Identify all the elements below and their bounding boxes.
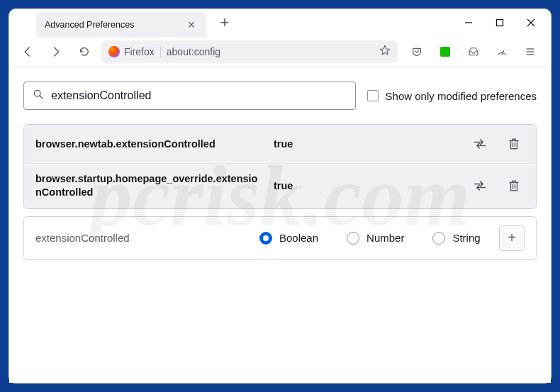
pref-actions (469, 133, 525, 155)
checkbox-icon (367, 90, 379, 101)
search-input[interactable] (51, 89, 347, 102)
svg-rect-1 (497, 20, 503, 26)
tab-advanced-preferences[interactable]: Advanced Preferences × (36, 12, 206, 38)
radio-icon (432, 232, 445, 245)
radio-label: Boolean (279, 232, 318, 244)
tab-title: Advanced Preferences (45, 20, 134, 30)
show-modified-label: Show only modified preferences (386, 90, 537, 102)
pocket-button[interactable] (406, 40, 427, 63)
reload-button[interactable] (73, 40, 96, 63)
address-bar[interactable]: Firefox about:config (101, 40, 398, 63)
type-radio-group: Boolean Number String (259, 232, 488, 245)
pref-name: browser.newtab.extensionControlled (35, 138, 262, 151)
pref-actions (469, 175, 525, 196)
radio-label: String (452, 232, 480, 244)
maximize-button[interactable] (493, 16, 507, 30)
search-box[interactable] (23, 82, 356, 110)
pref-row[interactable]: browser.newtab.extensionControlled true (24, 125, 536, 164)
titlebar: Advanced Preferences × + (9, 9, 551, 36)
radio-icon (347, 232, 359, 245)
pref-value: true (274, 138, 458, 150)
firefox-logo-icon (108, 46, 120, 57)
toggle-button[interactable] (469, 175, 491, 196)
radio-number[interactable]: Number (347, 232, 404, 245)
add-pref-button[interactable]: + (499, 225, 525, 251)
about-config-content: Show only modified preferences browser.n… (9, 67, 551, 383)
identity-box[interactable]: Firefox (108, 46, 161, 57)
window-controls (461, 16, 544, 30)
search-icon (33, 89, 44, 103)
bookmark-star-icon[interactable] (379, 45, 391, 58)
new-pref-row: extensionControlled Boolean Number Strin… (24, 217, 536, 259)
pref-row[interactable]: browser.startup.homepage_override.extens… (24, 164, 536, 208)
radio-string[interactable]: String (432, 232, 480, 245)
pref-value: true (274, 180, 458, 191)
forward-button[interactable] (45, 40, 67, 63)
new-tab-button[interactable]: + (213, 11, 236, 34)
preferences-list: browser.newtab.extensionControlled true … (23, 124, 537, 209)
extension-green-icon (440, 47, 450, 57)
toggle-button[interactable] (469, 133, 491, 155)
browser-window: Advanced Preferences × + (9, 9, 551, 383)
close-tab-button[interactable]: × (185, 18, 198, 31)
inbox-button[interactable] (463, 40, 484, 63)
minimize-button[interactable] (461, 16, 476, 30)
radio-boolean[interactable]: Boolean (259, 232, 318, 245)
app-menu-button[interactable] (520, 40, 541, 63)
identity-label: Firefox (124, 46, 155, 57)
new-pref-name: extensionControlled (35, 231, 248, 245)
radio-label: Number (366, 232, 404, 244)
extension-button[interactable] (435, 40, 456, 63)
svg-line-8 (40, 96, 43, 99)
delete-button[interactable] (503, 175, 525, 196)
show-modified-checkbox[interactable]: Show only modified preferences (367, 90, 537, 102)
url-text: about:config (167, 46, 220, 57)
close-window-button[interactable] (524, 16, 538, 30)
new-pref-box: extensionControlled Boolean Number Strin… (23, 216, 537, 260)
back-button[interactable] (16, 40, 39, 63)
radio-icon (259, 232, 272, 245)
navigation-toolbar: Firefox about:config (9, 36, 551, 67)
search-row: Show only modified preferences (23, 82, 537, 110)
toolbar-actions (403, 40, 544, 63)
pref-name: browser.startup.homepage_override.extens… (35, 172, 262, 199)
speed-button[interactable] (491, 40, 513, 63)
delete-button[interactable] (503, 133, 525, 155)
